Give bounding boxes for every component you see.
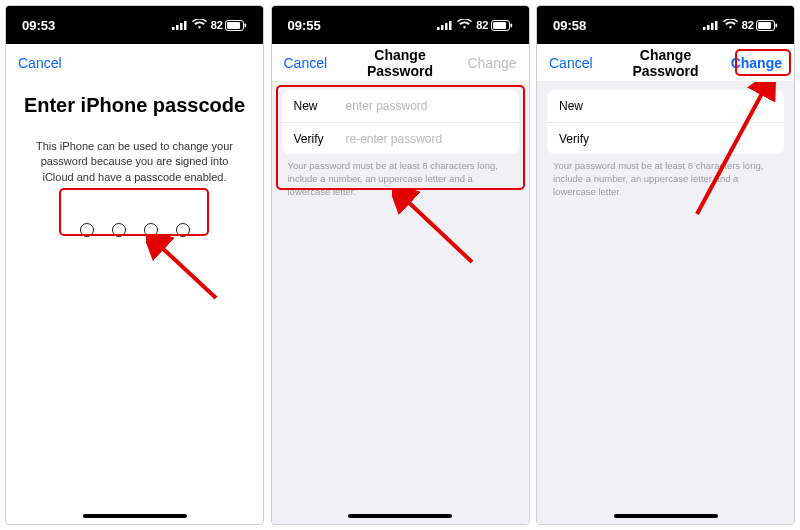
status-bar: 09:58 82 — [537, 6, 794, 44]
field-label: New — [294, 99, 346, 113]
passcode-dot — [112, 223, 126, 237]
field-label: Verify — [294, 132, 346, 146]
screen-change-password-empty: 09:55 82 Cancel Change Password Change N… — [271, 5, 530, 525]
screen-body: New enter password Verify re-enter passw… — [272, 82, 529, 524]
svg-rect-14 — [510, 23, 512, 27]
svg-rect-11 — [449, 21, 452, 30]
screen-passcode: 09:53 82 Cancel Enter iPhone passcode Th… — [5, 5, 264, 525]
password-hint: Your password must be at least 8 charact… — [537, 154, 794, 198]
svg-line-7 — [158, 244, 216, 298]
home-indicator[interactable] — [83, 514, 187, 518]
svg-rect-13 — [493, 22, 506, 29]
cancel-button[interactable]: Cancel — [18, 55, 78, 71]
svg-rect-10 — [445, 23, 448, 30]
svg-rect-16 — [703, 27, 706, 30]
nav-title: Change Password — [344, 47, 457, 79]
change-button[interactable]: Change — [722, 55, 782, 71]
svg-rect-21 — [758, 22, 771, 29]
change-button-disabled: Change — [457, 55, 517, 71]
svg-rect-8 — [437, 27, 440, 30]
verify-password-field[interactable]: Verify — [547, 122, 784, 154]
password-form: New enter password Verify re-enter passw… — [282, 90, 519, 154]
status-time: 09:53 — [22, 18, 55, 33]
battery-icon: 82 — [476, 19, 512, 31]
new-password-field[interactable]: New enter password — [282, 90, 519, 122]
status-icons: 82 — [172, 18, 247, 33]
svg-rect-18 — [711, 23, 714, 30]
nav-bar: Cancel Change Password Change — [272, 44, 529, 82]
passcode-dot — [176, 223, 190, 237]
passcode-dot — [80, 223, 94, 237]
svg-rect-5 — [227, 22, 240, 29]
wifi-icon — [723, 18, 738, 33]
password-form: New Verify — [547, 90, 784, 154]
nav-title: Change Password — [609, 47, 722, 79]
passcode-dot — [144, 223, 158, 237]
home-indicator[interactable] — [614, 514, 718, 518]
battery-icon: 82 — [211, 19, 247, 31]
svg-rect-3 — [184, 21, 187, 30]
nav-bar: Cancel — [6, 44, 263, 82]
cancel-button[interactable]: Cancel — [549, 55, 609, 71]
signal-icon — [437, 18, 453, 33]
field-placeholder: re-enter password — [346, 132, 443, 146]
screen-change-password-ready: 09:58 82 Cancel Change Password Change N… — [536, 5, 795, 525]
svg-rect-9 — [441, 25, 444, 30]
svg-rect-22 — [776, 23, 778, 27]
nav-bar: Cancel Change Password Change — [537, 44, 794, 82]
screen-body: Cancel Enter iPhone passcode This iPhone… — [6, 44, 263, 524]
status-bar: 09:55 82 — [272, 6, 529, 44]
screen-body: New Verify Your password must be at leas… — [537, 82, 794, 524]
svg-rect-1 — [176, 25, 179, 30]
status-icons: 82 — [437, 18, 512, 33]
status-time: 09:55 — [288, 18, 321, 33]
page-title: Enter iPhone passcode — [22, 94, 247, 117]
arrow-icon — [392, 190, 482, 270]
status-time: 09:58 — [553, 18, 586, 33]
svg-line-15 — [404, 198, 472, 262]
home-indicator[interactable] — [348, 514, 452, 518]
new-password-field[interactable]: New — [547, 90, 784, 122]
status-icons: 82 — [703, 18, 778, 33]
description-text: This iPhone can be used to change your p… — [22, 139, 247, 185]
svg-rect-0 — [172, 27, 175, 30]
signal-icon — [703, 18, 719, 33]
field-placeholder: enter password — [346, 99, 428, 113]
signal-icon — [172, 18, 188, 33]
field-label: New — [559, 99, 611, 113]
cancel-button[interactable]: Cancel — [284, 55, 344, 71]
svg-rect-6 — [245, 23, 247, 27]
verify-password-field[interactable]: Verify re-enter password — [282, 122, 519, 154]
battery-icon: 82 — [742, 19, 778, 31]
status-bar: 09:53 82 — [6, 6, 263, 44]
password-hint: Your password must be at least 8 charact… — [272, 154, 529, 198]
wifi-icon — [192, 18, 207, 33]
field-label: Verify — [559, 132, 611, 146]
passcode-input[interactable] — [22, 213, 247, 247]
wifi-icon — [457, 18, 472, 33]
svg-rect-19 — [715, 21, 718, 30]
svg-rect-17 — [707, 25, 710, 30]
svg-rect-2 — [180, 23, 183, 30]
